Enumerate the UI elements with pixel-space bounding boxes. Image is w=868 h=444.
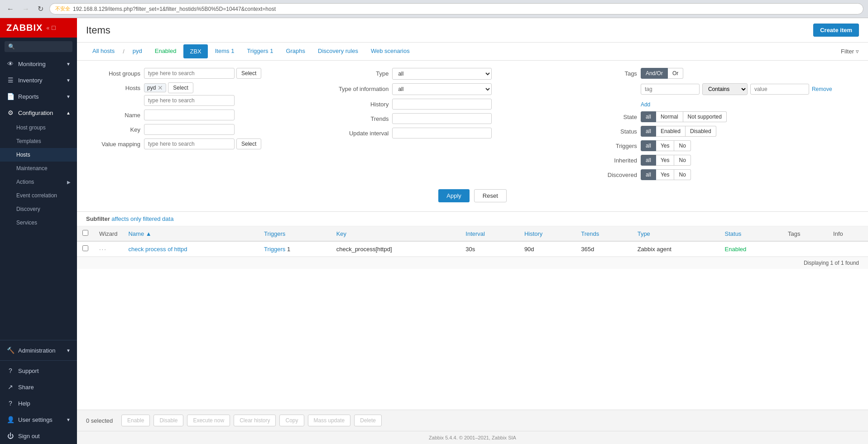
update-interval-label: Update interval xyxy=(334,128,388,137)
sidebar-search-input[interactable]: 🔍 xyxy=(5,41,72,52)
sidebar-sub-services[interactable]: Services xyxy=(0,216,77,229)
inherited-all-button[interactable]: all xyxy=(641,155,656,166)
header-trends[interactable]: Trends xyxy=(575,226,632,241)
triggers-no-button[interactable]: No xyxy=(674,140,691,151)
reports-icon: 📄 xyxy=(6,93,14,100)
sidebar-item-administration[interactable]: 🔨 Administration ▼ xyxy=(0,342,77,358)
header-key[interactable]: Key xyxy=(331,226,460,241)
state-all-button[interactable]: all xyxy=(641,111,656,122)
item-history: 90d xyxy=(524,246,534,253)
header-type[interactable]: Type xyxy=(632,226,719,241)
disable-button[interactable]: Disable xyxy=(153,415,183,426)
contains-select[interactable]: Contains xyxy=(702,83,748,95)
header-name[interactable]: Name ▲ xyxy=(123,226,259,241)
clear-history-button[interactable]: Clear history xyxy=(234,415,276,426)
discovered-no-button[interactable]: No xyxy=(674,169,691,180)
host-groups-input[interactable] xyxy=(144,68,235,79)
sidebar-item-configuration[interactable]: ⚙ Configuration ▲ xyxy=(0,105,77,121)
status-disabled-button[interactable]: Disabled xyxy=(686,126,716,137)
mass-update-button[interactable]: Mass update xyxy=(308,415,351,426)
tab-items[interactable]: Items 1 xyxy=(209,43,241,60)
expand-icon[interactable]: ☐ xyxy=(51,25,56,31)
triggers-all-button[interactable]: all xyxy=(641,140,656,151)
hosts-search-input[interactable] xyxy=(144,95,235,106)
host-tag-remove[interactable]: ✕ xyxy=(158,85,163,91)
host-groups-select-button[interactable]: Select xyxy=(236,68,261,79)
sidebar-search-box[interactable]: 🔍 xyxy=(0,38,77,56)
table-body: ··· check process of httpd Triggers 1 ch… xyxy=(77,241,868,257)
sidebar-sub-hosts[interactable]: Hosts xyxy=(0,148,77,162)
tag-input[interactable] xyxy=(641,84,700,95)
state-not-supported-button[interactable]: Not supported xyxy=(683,111,727,122)
remove-tag-link[interactable]: Remove xyxy=(812,86,832,92)
sidebar-sub-templates[interactable]: Templates xyxy=(0,134,77,148)
address-bar[interactable]: 不安全 192.168.8.129/items.php?filter_set=1… xyxy=(49,3,863,14)
inherited-yes-button[interactable]: Yes xyxy=(656,155,675,166)
header-triggers[interactable]: Triggers xyxy=(259,226,331,241)
reset-button[interactable]: Reset xyxy=(474,189,507,202)
sidebar-sub-event-correlation[interactable]: Event correlation xyxy=(0,189,77,202)
sidebar-item-user-settings[interactable]: 👤 User settings ▼ xyxy=(0,411,77,428)
back-btn[interactable]: ← xyxy=(5,4,16,14)
delete-button[interactable]: Delete xyxy=(354,415,382,426)
sidebar-item-sign-out[interactable]: ⏻ Sign out xyxy=(0,428,77,444)
history-label: History xyxy=(334,99,388,108)
add-tag-link[interactable]: Add xyxy=(641,101,650,108)
discovered-yes-button[interactable]: Yes xyxy=(656,169,675,180)
triggers-link[interactable]: Triggers xyxy=(264,246,285,253)
sidebar-item-monitoring[interactable]: 👁 Monitoring ▼ xyxy=(0,56,77,72)
item-name-link[interactable]: check process of httpd xyxy=(128,246,187,253)
type-of-info-select[interactable]: all xyxy=(392,83,492,95)
state-normal-button[interactable]: Normal xyxy=(656,111,683,122)
tab-all-hosts[interactable]: All hosts xyxy=(86,43,121,60)
status-all-button[interactable]: all xyxy=(641,126,656,137)
name-input[interactable] xyxy=(144,110,235,120)
triggers-yes-button[interactable]: Yes xyxy=(656,140,675,151)
or-button[interactable]: Or xyxy=(668,68,683,79)
trends-input[interactable] xyxy=(392,113,492,124)
tab-zbx[interactable]: ZBX xyxy=(183,44,207,58)
sidebar-sub-maintenance[interactable]: Maintenance xyxy=(0,162,77,175)
sidebar-item-support[interactable]: ? Support xyxy=(0,363,77,379)
header-interval[interactable]: Interval xyxy=(460,226,519,241)
filter-toggle-button[interactable]: Filter ▿ xyxy=(841,48,859,55)
value-input[interactable] xyxy=(750,84,809,95)
sidebar-item-inventory[interactable]: ☰ Inventory ▼ xyxy=(0,72,77,88)
apply-button[interactable]: Apply xyxy=(438,189,470,202)
copy-button[interactable]: Copy xyxy=(279,415,304,426)
discovered-all-button[interactable]: all xyxy=(641,169,656,180)
header-status[interactable]: Status xyxy=(719,226,782,241)
reload-btn[interactable]: ↻ xyxy=(35,4,46,14)
header-history[interactable]: History xyxy=(519,226,575,241)
forward-btn[interactable]: → xyxy=(20,4,32,14)
value-mapping-select-button[interactable]: Select xyxy=(236,138,261,149)
dots-menu[interactable]: ··· xyxy=(99,246,107,253)
tab-discovery-rules[interactable]: Discovery rules xyxy=(312,43,364,60)
and-or-button[interactable]: And/Or xyxy=(641,68,668,79)
execute-now-button[interactable]: Execute now xyxy=(187,415,230,426)
sidebar-item-help[interactable]: ? Help xyxy=(0,395,77,411)
tab-graphs[interactable]: Graphs xyxy=(279,43,312,60)
sidebar-item-reports[interactable]: 📄 Reports ▼ xyxy=(0,88,77,105)
tab-triggers[interactable]: Triggers 1 xyxy=(240,43,279,60)
enable-button[interactable]: Enable xyxy=(121,415,150,426)
select-all-checkbox[interactable] xyxy=(82,230,88,236)
status-enabled-button[interactable]: Enabled xyxy=(656,126,686,137)
tab-enabled[interactable]: Enabled xyxy=(149,43,183,60)
tab-pyd[interactable]: pyd xyxy=(126,43,149,60)
type-select[interactable]: all xyxy=(392,68,492,80)
inherited-no-button[interactable]: No xyxy=(674,155,691,166)
hosts-select-button[interactable]: Select xyxy=(168,82,193,93)
update-interval-input[interactable] xyxy=(392,128,492,138)
sidebar-sub-discovery[interactable]: Discovery xyxy=(0,202,77,216)
history-input[interactable] xyxy=(392,99,492,110)
create-item-button[interactable]: Create item xyxy=(813,24,859,37)
key-input[interactable] xyxy=(144,124,235,135)
tab-web-scenarios[interactable]: Web scenarios xyxy=(364,43,416,60)
sidebar-sub-actions[interactable]: Actions ▶ xyxy=(0,175,77,189)
sidebar-sub-host-groups[interactable]: Host groups xyxy=(0,121,77,134)
sidebar-item-share[interactable]: ↗ Share xyxy=(0,379,77,395)
value-mapping-input[interactable] xyxy=(144,138,235,149)
collapse-icon[interactable]: « xyxy=(46,25,49,31)
row-checkbox[interactable] xyxy=(82,245,88,251)
